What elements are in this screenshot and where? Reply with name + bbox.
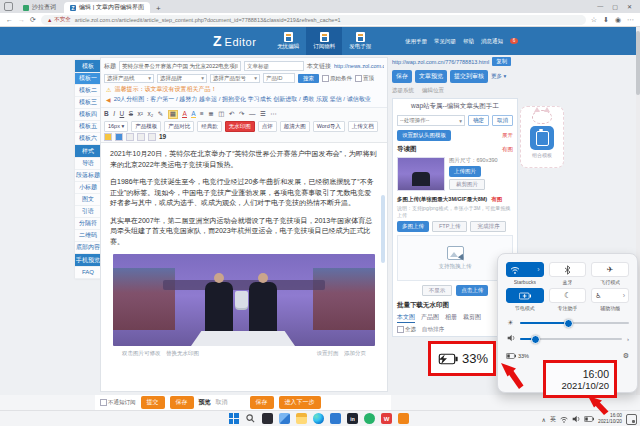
- confirm-button[interactable]: 确定: [468, 115, 489, 126]
- article-preview-button[interactable]: 文章预览: [415, 70, 447, 83]
- submit-review-button[interactable]: 提交到审核: [450, 70, 488, 83]
- auto-sort-link[interactable]: 自动排序: [422, 326, 444, 333]
- crop-image-button[interactable]: 裁剪图片: [449, 179, 485, 190]
- align-justify-button[interactable]: ≣: [208, 111, 213, 118]
- browser-tab-2-active[interactable]: Z 编辑 | 文章内容编辑界面: [64, 2, 150, 13]
- sidebar-item-divider[interactable]: 分隔符: [75, 218, 101, 230]
- edit-position-link[interactable]: 编辑位置: [422, 87, 444, 94]
- accessibility-tile[interactable]: ♿ ›: [591, 288, 629, 303]
- article-link[interactable]: http://news.zol.com.cn/776/7788813.html: [334, 63, 384, 69]
- nav-item-edit[interactable]: 无忧编辑: [270, 27, 306, 55]
- sidebar-item-intro[interactable]: 导语: [75, 158, 101, 170]
- tab-article-images[interactable]: 本文图: [397, 313, 415, 323]
- subscript-button[interactable]: x₂: [147, 111, 153, 118]
- wechat-icon[interactable]: [364, 413, 375, 424]
- highlight-color-button[interactable]: A: [191, 111, 195, 119]
- tray-expand-icon[interactable]: ∧: [542, 416, 546, 423]
- strikethrough-button[interactable]: S: [129, 111, 133, 118]
- upload-dropzone[interactable]: 支持拖拽上传: [397, 235, 513, 281]
- classic-chip[interactable]: 经典款: [197, 121, 222, 132]
- underline-button[interactable]: U: [120, 111, 125, 118]
- reload-icon[interactable]: ⟳: [30, 16, 36, 23]
- sidebar-item-mobile-preview[interactable]: 手机预览: [75, 254, 101, 267]
- clipboard-tile-icon[interactable]: [530, 126, 554, 150]
- subtitle-input[interactable]: [244, 61, 304, 71]
- search-button[interactable]: 搜索: [298, 74, 319, 83]
- edge-browser-icon[interactable]: [313, 413, 324, 424]
- accessibility-chevron[interactable]: ›: [623, 292, 625, 299]
- sidebar-header-templates[interactable]: 模板: [75, 60, 101, 73]
- volume-knob[interactable]: [531, 335, 540, 344]
- wifi-tile[interactable]: ›: [506, 262, 544, 277]
- file-explorer-icon[interactable]: [296, 413, 307, 424]
- app-icon-dark[interactable]: [262, 413, 273, 424]
- focus-assist-tile[interactable]: ☾: [549, 288, 587, 303]
- lead-image-thumbnail[interactable]: [397, 157, 445, 191]
- battery-saver-tile[interactable]: [506, 288, 544, 303]
- sidebar-item-quote[interactable]: 引语: [75, 206, 101, 218]
- hr-button[interactable]: —: [249, 111, 256, 118]
- more-tools-button[interactable]: ⋯: [270, 111, 277, 118]
- no-watermark-chip[interactable]: 无水印图: [225, 121, 255, 132]
- click-upload-button[interactable]: 点击上传: [456, 285, 488, 296]
- submit-button[interactable]: 提交: [141, 396, 165, 409]
- sidebar-item-faq[interactable]: FAQ: [75, 267, 101, 279]
- sidebar-item-template1[interactable]: 模板一: [75, 73, 101, 85]
- sidebar-item-imagetext[interactable]: 图文: [75, 194, 101, 206]
- tags-links[interactable]: 20人分组图：客户第一 / 越努力 越幸运 / 拥抱变化 学习成长 创新进取 /…: [114, 95, 371, 104]
- new-tab-button[interactable]: +: [152, 4, 165, 13]
- bluetooth-tile[interactable]: [549, 262, 587, 277]
- close-button[interactable]: ✕: [627, 3, 632, 10]
- audio-output-chevron[interactable]: ›: [627, 336, 629, 342]
- topic-system-link[interactable]: 选题系统: [392, 87, 414, 94]
- checkbox-original[interactable]: 原始条件: [322, 75, 352, 82]
- sidebar-item-template2[interactable]: 模板二: [75, 85, 101, 97]
- manual-link[interactable]: 使用手册: [405, 38, 427, 45]
- font-size-select[interactable]: 16px ▾: [104, 121, 128, 132]
- expand-link[interactable]: 展开: [502, 132, 513, 139]
- swatch-gray[interactable]: [137, 133, 145, 141]
- battery-status[interactable]: 33%: [506, 353, 529, 359]
- wap-url[interactable]: http://wap.zol.com.cn/776/7788813.html: [392, 59, 489, 65]
- messages-link[interactable]: 消息通知: [481, 38, 503, 45]
- input-language-indicator[interactable]: 英: [550, 415, 556, 424]
- hd-image-chip[interactable]: 超清大图: [280, 121, 310, 132]
- sidebar-item-qrcode[interactable]: 二维码: [75, 230, 101, 242]
- tab-ftp-upload[interactable]: FTP上传: [432, 221, 467, 232]
- wps-icon[interactable]: W: [381, 413, 392, 424]
- browser-tab-1[interactable]: 沙拉查词: [17, 2, 62, 13]
- tab-search-icon[interactable]: [4, 2, 13, 11]
- nav-item-materials-active[interactable]: 订阅物料: [306, 27, 342, 55]
- sidebar-item-bottom[interactable]: 底部内容: [75, 242, 101, 254]
- default-headimage-button[interactable]: 设置默认头图模板: [397, 130, 451, 141]
- article-body[interactable]: 2021年10月20日，英特尔在北京举办了“英特尔世界公开赛落户中国发布会”，为…: [101, 143, 387, 359]
- article-photo[interactable]: [113, 254, 375, 346]
- align-left-button[interactable]: ≡: [200, 111, 204, 118]
- favorite-icon[interactable]: ☆: [591, 16, 597, 24]
- search-icon[interactable]: [245, 413, 256, 424]
- review-chip[interactable]: 点评: [258, 121, 277, 132]
- swatch-yellow[interactable]: [104, 133, 112, 141]
- settings-gear-icon[interactable]: ⚙: [623, 352, 629, 360]
- product-id-input[interactable]: [263, 73, 295, 83]
- tab-multi-upload[interactable]: 多图上传: [397, 221, 429, 232]
- forward-icon[interactable]: →: [18, 16, 25, 23]
- faq-link[interactable]: 常见问题: [434, 38, 456, 45]
- sidebar-header-styles[interactable]: 样式: [75, 145, 101, 158]
- product-model-select[interactable]: 选择产品型号: [210, 74, 260, 83]
- image-insert-button[interactable]: ▦: [168, 110, 178, 119]
- product-compare-chip[interactable]: 产品对比: [164, 121, 194, 132]
- sidebar-item-template3[interactable]: 模板三: [75, 97, 101, 109]
- save-button-2[interactable]: 保存: [250, 396, 274, 409]
- profile-icon[interactable]: ◉: [615, 16, 621, 24]
- bold-button[interactable]: B: [104, 111, 109, 118]
- minimize-button[interactable]: —: [597, 3, 603, 10]
- preview-button[interactable]: 预览: [199, 398, 211, 407]
- checkbox-top[interactable]: 置顶: [355, 75, 374, 82]
- product-line-select[interactable]: 选择产品线: [104, 74, 154, 83]
- wifi-expand-chevron[interactable]: ›: [537, 266, 539, 273]
- editor-scrollbar[interactable]: [381, 195, 385, 263]
- brightness-knob[interactable]: [564, 319, 573, 328]
- notify-checkbox[interactable]: 不通知订阅: [100, 399, 136, 406]
- list-button[interactable]: ☰: [260, 111, 266, 118]
